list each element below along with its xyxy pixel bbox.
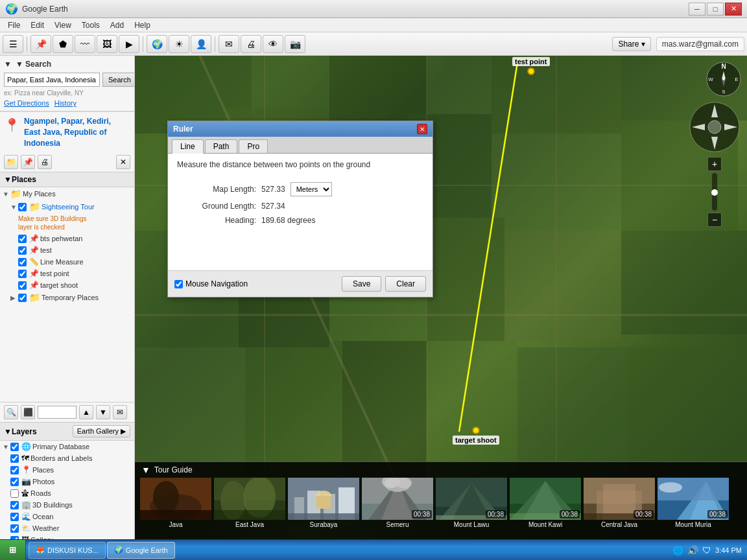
tour-thumb-mount-lawu[interactable]: 00:38 Mount Lawu (436, 478, 507, 528)
weather-checkbox[interactable] (10, 524, 19, 533)
zoom-to-button[interactable]: 🔍 (4, 405, 18, 419)
my-places-item[interactable]: ▼ 📁 My Places (0, 187, 134, 200)
new-placemark-button[interactable]: 📌 (21, 155, 35, 169)
tab-path[interactable]: Path (205, 139, 238, 153)
share-button[interactable]: Share ▾ (612, 37, 650, 51)
mouse-nav-checkbox[interactable] (174, 280, 183, 288)
test-item[interactable]: 📌 test (0, 244, 134, 256)
tour-thumb-surabaya[interactable]: Surabaya (288, 478, 359, 528)
history-link[interactable]: History (54, 99, 77, 107)
menu-help[interactable]: Help (129, 19, 156, 31)
borders-checkbox[interactable] (10, 454, 19, 463)
search-header[interactable]: ▼ ▼ Search (4, 60, 130, 69)
roads-item[interactable]: 🛣 Roads (0, 487, 134, 499)
photo-button[interactable]: 📷 (285, 35, 305, 53)
save-button[interactable]: Save (342, 276, 381, 292)
sidebar-toggle-button[interactable]: ☰ (3, 35, 23, 53)
record-tour-button[interactable]: ▶ (119, 35, 139, 53)
sightseeing-item[interactable]: ▼ 📁 Sightseeing Tour (0, 200, 134, 213)
clear-button[interactable]: Clear (385, 276, 426, 292)
view-button[interactable]: 👁 (263, 35, 283, 53)
toggle-view-button[interactable]: ⬛ (21, 405, 35, 419)
search-input[interactable] (4, 73, 100, 87)
places-section[interactable]: ▼ Places ▼ 📁 My Places ▼ 📁 Sightseeing T… (0, 172, 134, 402)
new-folder-button[interactable]: 📁 (4, 155, 18, 169)
primary-db-checkbox[interactable] (10, 443, 19, 451)
polygon-button[interactable]: ⬟ (53, 35, 73, 53)
close-button[interactable]: ✕ (725, 3, 742, 16)
tab-pro[interactable]: Pro (239, 139, 268, 153)
street-view-button[interactable]: 👤 (191, 35, 211, 53)
menu-view[interactable]: View (49, 19, 77, 31)
borders-item[interactable]: 🗺 Borders and Labels (0, 452, 134, 464)
overlay-button[interactable]: 🖼 (97, 35, 117, 53)
temp-places-checkbox[interactable] (18, 294, 27, 302)
temp-places-item[interactable]: ▶ 📁 Temporary Places (0, 291, 134, 304)
print-places-button[interactable]: 🖨 (38, 155, 52, 169)
print-button[interactable]: 🖨 (241, 35, 261, 53)
test-checkbox[interactable] (18, 246, 27, 255)
3d-buildings-item[interactable]: 🏢 3D Buildings (0, 499, 134, 511)
target-shoot-checkbox[interactable] (18, 281, 27, 290)
photos-checkbox[interactable] (10, 478, 19, 486)
tour-thumb-central-java[interactable]: 00:38 Central Java (584, 478, 655, 528)
result-text[interactable]: Ngampel, Papar, Kediri, East Java, Repub… (24, 116, 111, 148)
email-button[interactable]: ✉ (219, 35, 239, 53)
test-point-checkbox[interactable] (18, 270, 27, 278)
line-measure-item[interactable]: 📏 Line Measure (0, 256, 134, 268)
tour-thumb-east-java[interactable]: East Java (214, 478, 285, 528)
taskbar-item-google-earth[interactable]: 🌍 Google Earth (107, 542, 175, 559)
zoom-out-button[interactable]: − (707, 213, 722, 227)
map-area[interactable]: test point target shoot N S W E (135, 56, 747, 539)
test-point-item[interactable]: 📌 test point (0, 268, 134, 279)
layers-section[interactable]: ▼ Layers Earth Gallery ▶ ▼ 🌐 Primary Dat… (0, 423, 134, 539)
dialog-close-button[interactable]: ✕ (417, 124, 427, 134)
target-shoot-item[interactable]: 📌 target shoot (0, 279, 134, 291)
path-button[interactable]: 〰 (75, 35, 95, 53)
ocean-checkbox[interactable] (10, 513, 19, 521)
sightseeing-checkbox[interactable] (18, 203, 27, 211)
places-layer-checkbox[interactable] (10, 466, 19, 474)
placemark-button[interactable]: 📌 (30, 35, 51, 53)
weather-item[interactable]: ⛅ Weather (0, 522, 134, 534)
earth-gallery-button[interactable]: Earth Gallery ▶ (73, 425, 130, 438)
line-measure-checkbox[interactable] (18, 258, 27, 266)
layers-header[interactable]: ▼ Layers Earth Gallery ▶ (0, 423, 134, 441)
minimize-button[interactable]: ─ (689, 3, 706, 16)
earth-button[interactable]: 🌍 (147, 35, 167, 53)
search-places-input[interactable] (38, 406, 77, 419)
get-directions-link[interactable]: Get Directions (4, 99, 49, 107)
photos-item[interactable]: 📷 Photos (0, 476, 134, 487)
gallery-item[interactable]: 🖼 Gallery (0, 534, 134, 539)
tour-thumb-mount-kawi[interactable]: 00:38 Mount Kawi (510, 478, 581, 528)
bts-checkbox[interactable] (18, 235, 27, 243)
roads-checkbox[interactable] (10, 489, 19, 498)
tour-thumb-semeru[interactable]: 00:38 Semeru (362, 478, 433, 528)
menu-file[interactable]: File (3, 19, 25, 31)
zoom-in-button[interactable]: + (707, 157, 722, 171)
ocean-item[interactable]: 🌊 Ocean (0, 511, 134, 522)
menu-edit[interactable]: Edit (25, 19, 49, 31)
compass[interactable]: N S W E (706, 61, 742, 97)
places-layer-item[interactable]: 📍 Places (0, 464, 134, 476)
move-down-button[interactable]: ▼ (96, 405, 110, 419)
tab-line[interactable]: Line (172, 139, 204, 154)
menu-add[interactable]: Add (105, 19, 129, 31)
move-up-button[interactable]: ▲ (79, 405, 93, 419)
maximize-button[interactable]: □ (707, 3, 724, 16)
3d-buildings-checkbox[interactable] (10, 501, 19, 509)
taskbar-item-diskusi[interactable]: 🦊 DISKUSI KUS... (29, 542, 106, 559)
primary-db-item[interactable]: ▼ 🌐 Primary Database (0, 441, 134, 452)
close-panel-button[interactable]: ✕ (116, 155, 130, 169)
zoom-slider[interactable] (711, 172, 718, 211)
places-header[interactable]: ▼ Places (0, 172, 134, 187)
sky-button[interactable]: ☀ (169, 35, 189, 53)
bts-item[interactable]: 📌 bts pehwetan (0, 233, 134, 244)
tour-thumb-mount-muria[interactable]: 00:38 Mount Muria (658, 478, 729, 528)
tour-collapse-arrow[interactable]: ▼ (141, 465, 150, 475)
menu-tools[interactable]: Tools (77, 19, 105, 31)
unit-select[interactable]: Meters (290, 182, 332, 196)
tour-thumb-java[interactable]: Java (140, 478, 211, 528)
email-places-button[interactable]: ✉ (113, 405, 127, 419)
search-button[interactable]: Search (102, 73, 135, 87)
